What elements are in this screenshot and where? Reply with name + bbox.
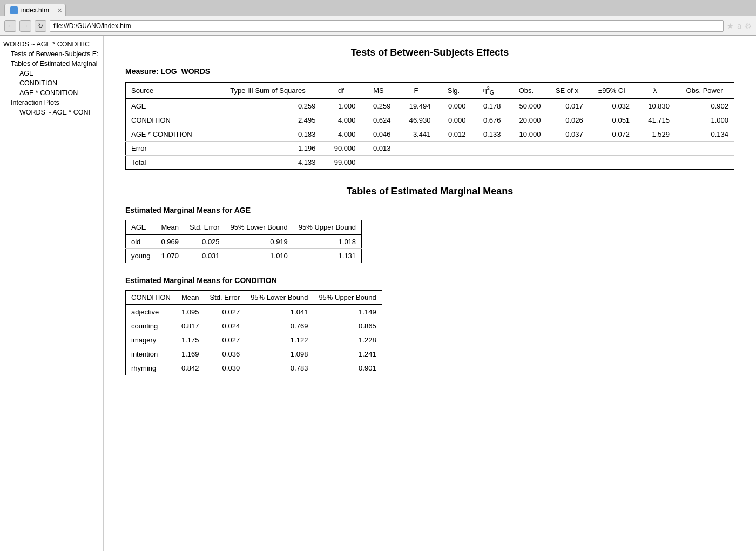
table-row: Total 4.133 99.000 xyxy=(126,155,734,169)
bookmark-star-icon[interactable]: ★ xyxy=(727,22,734,30)
table-row: old 0.969 0.025 0.919 1.018 xyxy=(126,234,362,249)
cell-ci: 0.032 xyxy=(589,99,635,113)
tab-favicon xyxy=(10,6,18,14)
col-header-source: Source xyxy=(126,83,215,99)
cell-ss: 0.259 xyxy=(214,99,321,113)
section-between-subjects: Tests of Between-Subjects Effects Measur… xyxy=(125,47,734,170)
age-table: AGE Mean Std. Error 95% Lower Bound 95% … xyxy=(125,220,362,263)
sidebar: WORDS ~ AGE * CONDITIC Tests of Between-… xyxy=(0,36,104,551)
table-row: young 1.070 0.031 1.010 1.131 xyxy=(126,248,362,263)
age-col-age: AGE xyxy=(126,220,156,234)
cond-col-mean: Mean xyxy=(176,290,205,305)
section1-title: Tests of Between-Subjects Effects xyxy=(125,47,734,58)
col-header-ms: MS xyxy=(361,83,396,99)
condition-table-title: Estimated Marginal Means for CONDITION xyxy=(125,276,734,285)
condition-subtable-section: Estimated Marginal Means for CONDITION C… xyxy=(125,276,734,375)
cell-sig: 0.000 xyxy=(436,99,471,113)
back-button[interactable]: ← xyxy=(4,20,16,32)
table-row: intention 1.169 0.036 1.098 1.241 xyxy=(126,347,382,361)
col-header-power: Obs. Power xyxy=(675,83,734,99)
cond-col-lower: 95% Lower Bound xyxy=(245,290,313,305)
age-col-mean: Mean xyxy=(156,220,184,234)
cond-col-cond: CONDITION xyxy=(126,290,176,305)
col-header-sig: Sig. xyxy=(436,83,471,99)
col-header-se: SE of x̄ xyxy=(546,83,588,99)
col-header-ss: Type III Sum of Squares xyxy=(214,83,321,99)
cell-obs: 50.000 xyxy=(506,99,546,113)
cell-eta: 0.178 xyxy=(471,99,506,113)
table-row: adjective 1.095 0.027 1.041 1.149 xyxy=(126,305,382,319)
cell-se: 0.017 xyxy=(546,99,588,113)
cell-df: 1.000 xyxy=(321,99,361,113)
table-row: AGE 0.259 1.000 0.259 19.494 0.000 0.178… xyxy=(126,99,734,113)
condition-table: CONDITION Mean Std. Error 95% Lower Boun… xyxy=(125,290,382,375)
col-header-lambda: λ xyxy=(635,83,675,99)
cell-ms: 0.259 xyxy=(361,99,396,113)
cell-lambda: 10.830 xyxy=(635,99,675,113)
table-row: imagery 1.175 0.027 1.122 1.228 xyxy=(126,333,382,347)
col-header-f: F xyxy=(396,83,436,99)
cond-col-se: Std. Error xyxy=(205,290,246,305)
between-subjects-table: Source Type III Sum of Squares df MS F S… xyxy=(125,82,734,170)
main-layout: WORDS ~ AGE * CONDITIC Tests of Between-… xyxy=(0,36,756,551)
refresh-button[interactable]: ↻ xyxy=(35,20,46,32)
cond-col-upper: 95% Upper Bound xyxy=(313,290,382,305)
sidebar-item-age-condition[interactable]: AGE * CONDITION xyxy=(0,88,103,98)
section-estimated-marginal: Tables of Estimated Marginal Means Estim… xyxy=(125,186,734,375)
cell-f: 19.494 xyxy=(396,99,436,113)
col-header-df: df xyxy=(321,83,361,99)
table-row: rhyming 0.842 0.030 0.783 0.901 xyxy=(126,361,382,375)
age-subtable-section: Estimated Marginal Means for AGE AGE Mea… xyxy=(125,206,734,263)
nav-bar: ← → ↻ ★ a ⚙ xyxy=(0,16,756,36)
section2-title: Tables of Estimated Marginal Means xyxy=(125,186,734,197)
table-row: Error 1.196 90.000 0.013 xyxy=(126,141,734,155)
address-bar[interactable] xyxy=(50,20,724,32)
measure-label: Measure: LOG_WORDS xyxy=(125,67,734,76)
age-table-title: Estimated Marginal Means for AGE xyxy=(125,206,734,214)
col-header-obs: Obs. xyxy=(506,83,546,99)
browser-chrome: index.htm ✕ ← → ↻ ★ a ⚙ xyxy=(0,0,756,36)
col-header-ci: ±95% CI xyxy=(589,83,635,99)
forward-button[interactable]: → xyxy=(19,20,31,32)
age-col-se: Std. Error xyxy=(184,220,225,234)
sidebar-item-words-age-cond[interactable]: WORDS ~ AGE * CONDITIC xyxy=(0,39,103,49)
table-row: counting 0.817 0.024 0.769 0.865 xyxy=(126,319,382,333)
tab-close-button[interactable]: ✕ xyxy=(57,6,62,14)
col-header-eta: η2G xyxy=(471,83,506,99)
sidebar-item-tests-between[interactable]: Tests of Between-Subjects E: xyxy=(0,49,103,59)
content-area: Tests of Between-Subjects Effects Measur… xyxy=(104,36,756,551)
extension-icon[interactable]: ⚙ xyxy=(745,22,752,30)
sidebar-item-interaction-plots[interactable]: Interaction Plots xyxy=(0,98,103,107)
age-col-lower: 95% Lower Bound xyxy=(225,220,293,234)
cell-source: AGE xyxy=(126,99,215,113)
tab-title: index.htm xyxy=(21,6,49,14)
sidebar-item-age[interactable]: AGE xyxy=(0,69,103,78)
cell-source: CONDITION xyxy=(126,113,215,127)
sidebar-item-words-age-coni[interactable]: WORDS ~ AGE * CONI xyxy=(0,107,103,117)
sidebar-item-tables-estimated[interactable]: Tables of Estimated Marginal xyxy=(0,59,103,69)
cell-power: 0.902 xyxy=(675,99,734,113)
table-row: AGE * CONDITION 0.183 4.000 0.046 3.441 … xyxy=(126,127,734,141)
age-col-upper: 95% Upper Bound xyxy=(293,220,362,234)
amazon-icon[interactable]: a xyxy=(737,22,741,30)
sidebar-item-condition[interactable]: CONDITION xyxy=(0,78,103,88)
table-row: CONDITION 2.495 4.000 0.624 46.930 0.000… xyxy=(126,113,734,127)
tab-bar: index.htm ✕ xyxy=(0,0,756,16)
active-tab[interactable]: index.htm ✕ xyxy=(4,4,66,16)
